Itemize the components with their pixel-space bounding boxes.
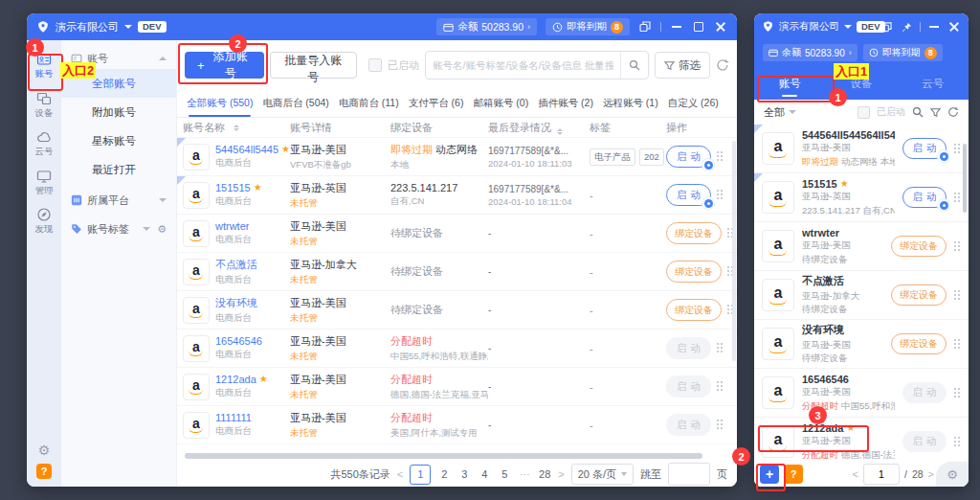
expire-pill[interactable]: 即将到期 8	[863, 44, 943, 61]
list-item[interactable]: a不点激活亚马逊-加拿大待绑定设备绑定设备	[754, 271, 969, 320]
maximize-button[interactable]	[692, 20, 705, 34]
funnel-icon[interactable]	[930, 107, 941, 118]
page-1[interactable]: 1	[410, 465, 431, 485]
add-account-button[interactable]: + 添加账号	[185, 52, 264, 79]
more-actions-icon[interactable]	[717, 343, 724, 353]
account-name-link[interactable]: 544564ll544564...	[215, 144, 278, 155]
page-3[interactable]: 3	[457, 468, 471, 480]
main-tab-4[interactable]: 邮箱账号 (0)	[473, 90, 528, 117]
main-tab-5[interactable]: 插件账号 (2)	[538, 90, 593, 117]
list-item[interactable]: a16546546亚马逊-美国分配超时中国55,呼和浩特,联...启 动	[754, 369, 969, 418]
rail-item-cloud[interactable]: 云号	[29, 127, 59, 158]
tags-settings-icon[interactable]: ⚙	[157, 223, 167, 236]
main-tab-1[interactable]: 电商后台 (504)	[262, 90, 328, 117]
list-item[interactable]: awtrwter亚马逊-美国待绑定设备绑定设备	[754, 222, 969, 271]
refresh-icon[interactable]	[716, 58, 729, 72]
jump-page-input[interactable]	[668, 463, 710, 486]
main-tab-2[interactable]: 电商前台 (11)	[339, 90, 399, 117]
account-name-link[interactable]: 1111111	[215, 412, 252, 423]
close-button[interactable]	[714, 20, 727, 34]
page-5[interactable]: 5	[498, 468, 511, 480]
more-actions-icon[interactable]	[717, 151, 724, 162]
prev-page-button[interactable]: <	[853, 468, 858, 480]
refresh-icon[interactable]	[947, 106, 959, 118]
list-item[interactable]: a544564ll544564ll54...★亚马逊-美国即将过期动态网络 本地…	[754, 125, 969, 173]
switch-window-icon[interactable]	[880, 20, 893, 34]
more-actions-icon[interactable]	[954, 241, 961, 252]
mini-mode-icon[interactable]	[638, 20, 652, 34]
page-input[interactable]	[863, 464, 900, 485]
bind-device-button[interactable]: 绑定设备	[891, 333, 947, 354]
started-checkbox[interactable]	[858, 106, 870, 119]
page-4[interactable]: 4	[478, 468, 491, 480]
next-page-button[interactable]: >	[928, 468, 934, 480]
table-row[interactable]: a没有环境电商后台亚马逊-美国未托管待绑定设备--绑定设备	[177, 291, 737, 330]
launch-button[interactable]: 启 动	[666, 146, 711, 168]
table-row[interactable]: a1212ada★电商后台亚马逊-美国未托管分配超时德国,德国-法兰克福,亚马逊…	[177, 368, 737, 406]
sidebar-group-platform[interactable]: 所属平台	[61, 188, 176, 213]
search-icon[interactable]	[912, 106, 924, 118]
main-tab-0[interactable]: 全部账号 (550)	[187, 90, 253, 117]
corner-settings-flap[interactable]: ⚙	[936, 462, 969, 487]
more-actions-icon[interactable]	[954, 339, 961, 350]
rail-item-discover[interactable]: 发现	[29, 205, 59, 236]
bind-device-button[interactable]: 绑定设备	[891, 284, 947, 306]
close-button[interactable]	[947, 20, 961, 34]
page-size-select[interactable]: 20 条/页	[571, 464, 634, 485]
more-actions-icon[interactable]	[717, 420, 724, 430]
tab-cloud[interactable]: 云号	[897, 77, 969, 100]
tab-accounts[interactable]: 账号	[754, 77, 826, 100]
company-name[interactable]: 演示有限公司	[779, 20, 839, 34]
rail-item-devices[interactable]: 设备	[29, 89, 59, 120]
add-button[interactable]: +	[760, 465, 779, 484]
sidebar-item-starred-accounts[interactable]: 星标账号	[61, 126, 176, 155]
started-checkbox[interactable]	[368, 58, 382, 72]
list-item[interactable]: a1212ada★亚马逊-美国分配超时德国,德国-法兰克福,...启 动	[754, 418, 969, 466]
table-row[interactable]: a544564ll544564...★电商后台亚马逊-美国VFVB不准备gb即将…	[177, 138, 737, 176]
bind-device-button[interactable]: 绑定设备	[666, 222, 722, 244]
table-row[interactable]: a151515★电商后台亚马逊-英国未托管223.5.141.217自有,CN1…	[177, 176, 737, 215]
main-tab-6[interactable]: 远程账号 (1)	[603, 90, 658, 117]
rail-item-manage[interactable]: 管理	[29, 167, 59, 197]
table-row[interactable]: a不点激活电商后台亚马逊-加拿大未托管待绑定设备--绑定设备	[177, 253, 737, 291]
batch-import-button[interactable]: 批量导入账号	[270, 52, 357, 79]
balance-pill[interactable]: 余额 50283.90 ›	[436, 18, 537, 35]
prev-page-button[interactable]: <	[397, 468, 403, 480]
search-button[interactable]	[620, 52, 648, 79]
more-actions-icon[interactable]	[954, 388, 961, 398]
account-name-link[interactable]: 1212ada	[215, 374, 256, 385]
sort-icon[interactable]	[557, 128, 563, 135]
table-row[interactable]: adasdasdaaa电商后台亚马逊-加拿大未托管分配超时中国55,呼和浩特,联…	[177, 444, 737, 450]
vertical-scrollbar[interactable]	[963, 144, 967, 213]
list-item[interactable]: a没有环境亚马逊-美国待绑定设备绑定设备	[754, 320, 969, 369]
table-row[interactable]: a16546546电商后台亚马逊-美国未托管分配超时中国55,呼和浩特,联通静态…	[177, 330, 737, 368]
sidebar-item-recent[interactable]: 最近打开	[61, 155, 176, 184]
collapse-icon[interactable]	[159, 57, 167, 60]
launch-button[interactable]: 启 动	[902, 138, 947, 159]
sidebar-item-extra-accounts[interactable]: 附加账号	[61, 98, 176, 126]
account-name-link[interactable]: 没有环境	[215, 296, 257, 310]
more-actions-icon[interactable]	[717, 381, 724, 392]
company-dropdown-icon[interactable]	[124, 25, 132, 29]
list-item[interactable]: a151515★亚马逊-英国223.5.141.217 自有,CN启 动	[754, 173, 969, 222]
balance-pill[interactable]: 余额 50283.90 ›	[763, 44, 858, 61]
more-actions-icon[interactable]	[954, 193, 961, 203]
help-button[interactable]: ?	[36, 464, 52, 479]
minimize-button[interactable]	[927, 20, 941, 34]
main-tab-7[interactable]: 自定义 (26)	[668, 90, 719, 117]
launch-button[interactable]: 启 动	[666, 184, 711, 206]
company-name[interactable]: 演示有限公司	[56, 20, 119, 34]
more-actions-icon[interactable]	[954, 144, 961, 154]
vertical-scrollbar[interactable]	[732, 141, 736, 361]
account-name-link[interactable]: wtrwter	[215, 220, 249, 232]
pin-icon[interactable]	[900, 20, 913, 34]
page-28[interactable]: 28	[538, 468, 551, 480]
bind-device-button[interactable]: 绑定设备	[666, 299, 722, 321]
account-name-link[interactable]: 不点激活	[215, 258, 257, 272]
next-page-button[interactable]: >	[558, 468, 564, 480]
search-input[interactable]	[426, 59, 620, 71]
bind-device-button[interactable]: 绑定设备	[666, 261, 722, 283]
launch-button[interactable]: 启 动	[902, 187, 947, 208]
settings-gear-icon[interactable]: ⚙	[38, 443, 51, 457]
scrollbar-thumb[interactable]	[185, 453, 702, 459]
